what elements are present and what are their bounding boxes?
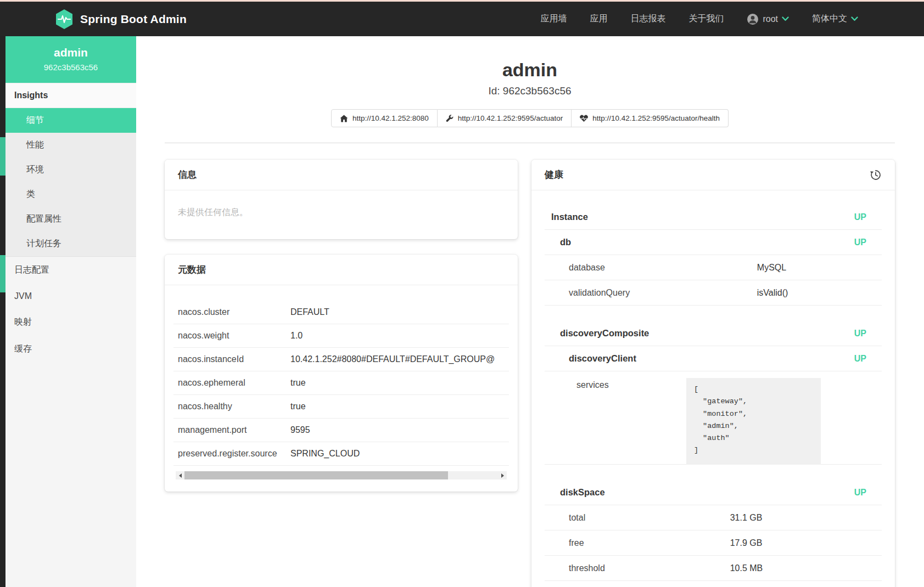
status-badge: UP [854,212,866,222]
main-content: admin Id: 962c3b563c56 http://10.42.1.25… [136,36,924,587]
heartbeat-icon [580,115,588,122]
health-tree: Instance UP db UP database MySQL validat… [531,190,895,587]
health-row-instance: Instance UP [545,205,882,230]
chevron-down-icon [851,16,858,21]
health-url-button[interactable]: http://10.42.1.252:9595/actuator/health [572,109,729,127]
health-detail-value: MySQL [757,263,786,273]
table-row: nacos.ephemeral true [173,371,509,395]
health-detail-key: free [569,538,584,548]
sidebar-insights-group: 细节 性能 环境 类 配置属性 计划任务 [5,108,136,257]
health-detail-value: 10.5 MB [730,563,763,573]
metadata-key: management.port [178,425,290,435]
metadata-key: preserved.register.source [178,449,290,459]
health-row-discovery-composite: discoveryComposite UP [545,321,882,346]
health-detail-key: database [569,263,605,273]
language-menu[interactable]: 简体中文 [812,13,858,25]
health-detail-key: services [576,380,609,390]
history-icon[interactable] [870,169,882,181]
health-row-services: services [ "gateway", "monitor", "admin"… [545,371,882,465]
health-row-free: free 17.9 GB [545,530,882,556]
scrollbar-left-arrow[interactable] [176,471,184,479]
top-navbar: Spring Boot Admin 应用墙 应用 日志报表 关于我们 root … [0,2,924,36]
page-title: admin [165,59,895,81]
metadata-value: 1.0 [290,331,505,341]
metadata-value: 9595 [290,425,505,435]
nav-link-applications[interactable]: 应用 [590,13,607,25]
metadata-value: DEFAULT [290,307,505,317]
health-detail-value: 31.1 GB [730,513,763,523]
scrollbar-thumb[interactable] [184,471,448,479]
table-row: nacos.instanceId 10.42.1.252#8080#DEFAUL… [173,348,509,371]
info-empty-message: 未提供任何信息。 [165,190,518,239]
brand[interactable]: Spring Boot Admin [55,9,187,30]
table-row: nacos.weight 1.0 [173,324,509,348]
status-badge: UP [854,488,866,498]
sidebar-item-performance[interactable]: 性能 [5,133,136,157]
metadata-key: nacos.instanceId [178,354,290,364]
chevron-down-icon [782,16,789,21]
metadata-key: nacos.cluster [178,307,290,317]
language-label: 简体中文 [812,13,847,25]
nav-link-log-report[interactable]: 日志报表 [630,13,665,25]
health-row-database: database MySQL [545,255,882,280]
metadata-card: 元数据 nacos.cluster DEFAULT nacos.weight 1… [165,255,518,492]
status-badge: UP [854,354,866,364]
health-node-label: diskSpace [560,487,605,498]
sidebar-item-config-props[interactable]: 配置属性 [5,207,136,232]
background-edge-strip [0,2,5,587]
info-card-title: 信息 [178,168,197,181]
health-node-label: Instance [551,212,588,222]
table-row: preserved.register.source SPRING_CLOUD [173,442,509,466]
top-edge-strip [0,0,924,2]
nav-link-about-us[interactable]: 关于我们 [688,13,724,25]
health-detail-value: 17.9 GB [730,538,763,548]
health-row-discovery-client: discoveryClient UP [545,346,882,371]
user-menu[interactable]: root [747,13,789,25]
scrollbar-track[interactable] [184,471,498,479]
nav-link-application-wall[interactable]: 应用墙 [540,13,567,25]
metadata-value: 10.42.1.252#8080#DEFAULT#DEFAULT_GROUP@ [290,354,505,364]
horizontal-scrollbar[interactable] [176,471,507,479]
services-json-block: [ "gateway", "monitor", "admin", "auth" … [686,378,821,465]
table-row: nacos.cluster DEFAULT [173,301,509,324]
health-row-threshold: threshold 10.5 MB [545,556,882,581]
sidebar-item-mappings[interactable]: 映射 [5,309,136,336]
metadata-card-title: 元数据 [178,263,206,276]
edge-strip-green-segment [0,137,5,176]
sidebar-item-environment[interactable]: 环境 [5,157,136,182]
sidebar-item-insights[interactable]: Insights [5,83,136,108]
metadata-key: nacos.healthy [178,402,290,411]
actuator-url-label: http://10.42.1.252:9595/actuator [458,114,563,122]
metadata-key: nacos.weight [178,331,290,341]
sidebar-item-details[interactable]: 细节 [5,108,136,133]
sidebar-item-scheduled-tasks[interactable]: 计划任务 [5,232,136,256]
metadata-value: true [290,378,505,388]
brand-title: Spring Boot Admin [80,13,187,26]
sidebar-app-name: admin [10,46,132,59]
metadata-key: nacos.ephemeral [178,378,290,388]
edge-strip-green-segment [0,255,5,292]
health-detail-key: threshold [569,563,605,573]
actuator-url-button[interactable]: http://10.42.1.252:9595/actuator [438,109,572,127]
status-badge: UP [854,329,866,338]
sidebar-item-caches[interactable]: 缓存 [5,336,136,363]
health-detail-value: isValid() [757,288,788,298]
health-row-diskspace: diskSpace UP [545,480,882,505]
scrollbar-right-arrow[interactable] [498,471,507,479]
user-name: root [763,14,778,24]
health-node-label: db [560,237,571,247]
health-card: 健康 Instance UP [531,160,895,587]
metadata-value: true [290,402,505,411]
sidebar-instance-id: 962c3b563c56 [10,63,132,72]
health-row-validation-query: validationQuery isValid() [545,280,882,306]
health-node-label: discoveryClient [569,353,636,364]
service-url-button[interactable]: http://10.42.1.252:8080 [331,109,438,127]
info-card: 信息 未提供任何信息。 [165,160,518,239]
sidebar-instance-header: admin 962c3b563c56 [5,36,136,83]
instance-sidebar: admin 962c3b563c56 Insights 细节 性能 环境 类 配… [5,36,136,587]
sidebar-item-classes[interactable]: 类 [5,182,136,207]
sidebar-item-loggers[interactable]: 日志配置 [5,257,136,284]
table-row: nacos.healthy true [173,395,509,419]
sidebar-item-jvm[interactable]: JVM [5,284,136,309]
user-avatar-icon [747,13,759,25]
